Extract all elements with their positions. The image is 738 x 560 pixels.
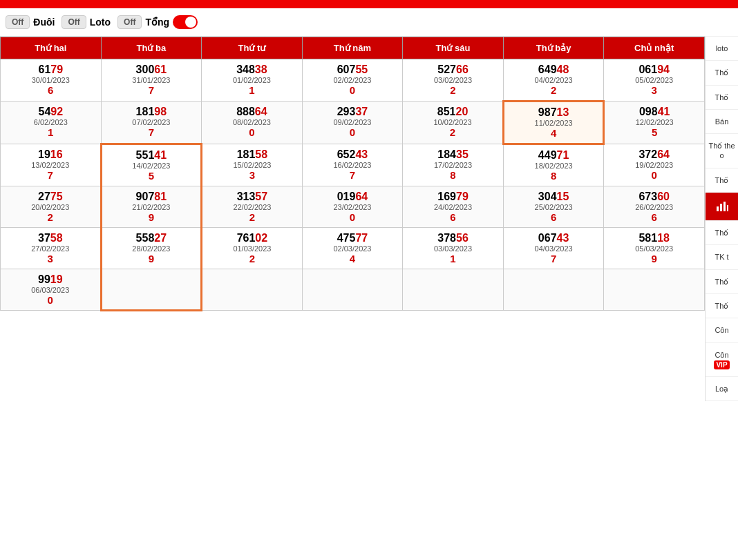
cell-number: 58118 bbox=[607, 232, 701, 244]
toggle-tong[interactable]: Off Tổng bbox=[117, 15, 198, 29]
table-row: 2775 20/02/2023 2 90781 21/02/2023 9 313… bbox=[1, 186, 705, 228]
table-cell: 18158 15/02/2023 3 bbox=[202, 144, 303, 186]
cell-digit: 3 bbox=[3, 253, 97, 264]
chart-icon bbox=[708, 200, 735, 212]
cell-date: 18/02/2023 bbox=[507, 162, 601, 170]
sidebar-item-tho5[interactable]: Thố bbox=[706, 270, 738, 294]
svg-rect-0 bbox=[717, 206, 719, 211]
cell-number: 55827 bbox=[105, 232, 198, 244]
cell-date: 01/02/2023 bbox=[205, 76, 299, 84]
sidebar: loto Thố Thố Bán Thố theo Thố Thố TK t T… bbox=[705, 37, 738, 401]
cell-digit: 9 bbox=[105, 253, 198, 264]
col-chu-nhat: Chủ nhật bbox=[604, 37, 705, 59]
cell-date: 6/02/2023 bbox=[3, 118, 98, 126]
cell-digit: 2 bbox=[205, 253, 299, 264]
cell-digit: 9 bbox=[105, 211, 198, 223]
table-cell: 55141 14/02/2023 5 bbox=[101, 144, 202, 186]
toggle-duoi-state[interactable]: Off bbox=[6, 15, 30, 29]
sidebar-item-tho1[interactable]: Thố bbox=[706, 61, 738, 85]
cell-number: 65243 bbox=[305, 148, 400, 161]
cell-date: 01/03/2023 bbox=[205, 244, 299, 253]
table-cell: 67360 26/02/2023 6 bbox=[604, 186, 705, 228]
cell-date: 02/03/2023 bbox=[305, 244, 400, 253]
col-thu-nam: Thứ năm bbox=[302, 37, 403, 59]
sidebar-item-loa[interactable]: Loạ bbox=[706, 377, 738, 401]
sidebar-item-tho-theo[interactable]: Thố theo bbox=[706, 134, 738, 168]
cell-date: 04/03/2023 bbox=[507, 244, 601, 253]
cell-date: 23/02/2023 bbox=[305, 203, 400, 211]
toggle-loto-state[interactable]: Off bbox=[62, 15, 86, 29]
cell-number: 85120 bbox=[406, 106, 500, 118]
sidebar-item-chart[interactable] bbox=[706, 193, 738, 221]
cell-digit: 2 bbox=[406, 84, 500, 96]
cell-date: 13/02/2023 bbox=[3, 161, 97, 169]
table-cell: 90781 21/02/2023 9 bbox=[101, 186, 202, 228]
toggle-tong-switch[interactable] bbox=[173, 15, 198, 29]
table-cell: 1916 13/02/2023 7 bbox=[1, 144, 102, 186]
table-cell: 06743 04/03/2023 7 bbox=[503, 228, 604, 269]
cell-number: 16979 bbox=[406, 191, 500, 203]
cell-date: 31/01/2023 bbox=[104, 76, 199, 84]
cell-date: 22/02/2023 bbox=[205, 203, 299, 211]
sidebar-item-tho6[interactable]: Thố bbox=[706, 294, 738, 318]
cell-number: 06194 bbox=[607, 64, 701, 76]
table-row: 5492 6/02/2023 1 18198 07/02/2023 7 8886… bbox=[1, 102, 705, 144]
col-thu-hai: Thứ hai bbox=[1, 37, 102, 59]
cell-digit: 4 bbox=[507, 127, 600, 139]
sidebar-item-tho3[interactable]: Thố bbox=[706, 168, 738, 193]
table-cell: 64948 04/02/2023 2 bbox=[503, 59, 604, 102]
sidebar-item-ban[interactable]: Bán bbox=[706, 110, 738, 134]
col-thu-bay: Thứ bảy bbox=[503, 37, 604, 59]
cell-number: 64948 bbox=[507, 64, 601, 76]
cell-number: 06743 bbox=[507, 232, 601, 244]
sidebar-item-loto[interactable]: loto bbox=[706, 37, 738, 61]
toggle-loto[interactable]: Off Loto bbox=[62, 15, 111, 29]
sidebar-item-tkt[interactable]: TK t bbox=[706, 245, 738, 269]
table-cell bbox=[202, 269, 303, 311]
cell-number: 37856 bbox=[406, 232, 500, 244]
cell-date: 15/02/2023 bbox=[205, 161, 299, 169]
cell-date: 14/02/2023 bbox=[105, 162, 198, 170]
header-bar bbox=[0, 0, 738, 8]
cell-date: 08/02/2023 bbox=[205, 118, 299, 126]
cell-number: 76102 bbox=[205, 232, 299, 244]
cell-date: 05/03/2023 bbox=[607, 244, 701, 253]
cell-digit: 6 bbox=[406, 211, 500, 223]
cell-number: 47577 bbox=[305, 232, 400, 244]
sidebar-item-tho2[interactable]: Thố bbox=[706, 86, 738, 110]
cell-date: 09/02/2023 bbox=[305, 118, 400, 126]
col-thu-tu: Thứ tư bbox=[202, 37, 303, 59]
toggle-tong-state[interactable]: Off bbox=[117, 15, 142, 29]
toggle-duoi[interactable]: Off Đuôi bbox=[6, 15, 55, 29]
cell-digit: 1 bbox=[3, 126, 98, 138]
cell-number: 18435 bbox=[406, 148, 500, 161]
sidebar-item-tho4[interactable]: Thố bbox=[706, 221, 738, 245]
table-cell: 37264 19/02/2023 0 bbox=[604, 144, 705, 186]
cell-number: 44971 bbox=[507, 149, 601, 162]
table-cell: 29337 09/02/2023 0 bbox=[302, 102, 403, 144]
cell-date: 04/02/2023 bbox=[507, 76, 601, 84]
toggle-duoi-label: Đuôi bbox=[33, 17, 55, 28]
table-cell: 18198 07/02/2023 7 bbox=[101, 102, 202, 144]
table-cell: 09841 12/02/2023 5 bbox=[604, 102, 705, 144]
main-layout: Thứ hai Thứ ba Thứ tư Thứ năm Thứ sáu Th… bbox=[0, 37, 738, 401]
table-cell: 2775 20/02/2023 2 bbox=[1, 186, 102, 228]
table-cell: 06194 05/02/2023 3 bbox=[604, 59, 705, 102]
cell-date: 07/02/2023 bbox=[104, 118, 199, 126]
cell-number: 09841 bbox=[607, 106, 701, 118]
cell-digit: 1 bbox=[205, 84, 299, 96]
cell-number: 9919 bbox=[3, 273, 97, 286]
cell-digit: 0 bbox=[3, 294, 97, 306]
cell-number: 31357 bbox=[205, 191, 299, 203]
sidebar-item-con-vip[interactable]: CônVIP bbox=[706, 343, 738, 378]
cell-digit: 4 bbox=[305, 253, 400, 264]
cell-number: 18198 bbox=[104, 106, 199, 118]
cell-digit: 0 bbox=[205, 126, 299, 138]
cell-number: 52766 bbox=[406, 64, 500, 76]
toggle-row: Off Đuôi Off Loto Off Tổng bbox=[0, 8, 738, 37]
cell-number: 2775 bbox=[3, 191, 97, 203]
sidebar-item-con[interactable]: Côn bbox=[706, 318, 738, 342]
cell-number: 34838 bbox=[205, 64, 299, 76]
table-cell: 55827 28/02/2023 9 bbox=[101, 228, 202, 269]
cell-date: 27/02/2023 bbox=[3, 244, 97, 253]
